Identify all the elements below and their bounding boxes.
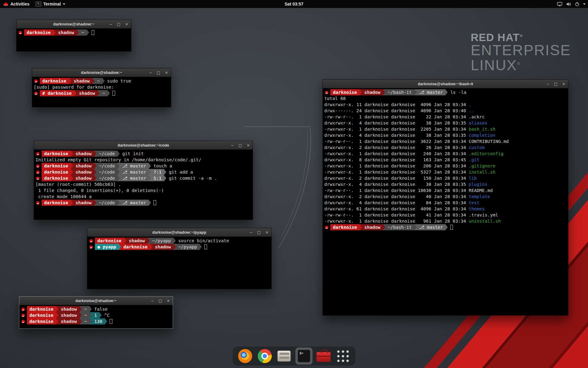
window-titlebar[interactable]: darknoise@shadow:~−□× — [32, 68, 171, 77]
prompt-segment-path: ~/code — [96, 175, 117, 181]
redhat-prompt-icon — [325, 91, 328, 94]
powerline-arrow-icon — [94, 175, 96, 181]
prompt-segment-path: ~ — [95, 78, 102, 84]
prompt-segment-user: darknoise — [42, 163, 71, 169]
terminal-content[interactable]: darknoiseshadow~falsedarknoiseshadow~1^C… — [19, 305, 173, 325]
filename-dir: .git — [469, 157, 479, 162]
terminal-content[interactable]: darknoiseshadow~/bash-it⎇ masterls -lato… — [323, 88, 568, 231]
output-text: -rw-rw-r--. 1 darknoise darknoise 3622 J… — [324, 139, 469, 144]
system-status-area[interactable] — [557, 0, 588, 8]
close-button[interactable]: × — [166, 298, 171, 303]
prompt-segment-branch: ⎇ master — [417, 224, 446, 230]
terminal-line: darknoiseshadow~/codegit init — [36, 151, 251, 157]
output-text: create mode 100644 a — [36, 194, 92, 199]
powerline-arrow-icon — [360, 89, 362, 95]
maximize-button[interactable]: □ — [553, 81, 558, 86]
powerline-arrow-icon — [124, 238, 126, 244]
terminal-line: -rw-rw-r--. 1 darknoise darknoise 41 Jan… — [324, 212, 567, 218]
filename-exec: .gitignore — [469, 163, 495, 168]
redhat-prompt-icon — [36, 164, 40, 168]
powerline-arrow-icon — [74, 90, 77, 96]
terminal-line: [master (root-commit) 50bcb63] . — [36, 181, 251, 187]
powerline-arrow-icon — [87, 29, 89, 36]
prompt-segment-host: shadow — [362, 224, 383, 230]
prompt-segment-user: darknoise — [27, 306, 56, 312]
app-menu-terminal[interactable]: Terminal — [32, 0, 68, 8]
close-button[interactable]: × — [124, 21, 129, 27]
prompt-segment-host: shadow — [58, 312, 79, 318]
close-button[interactable]: × — [561, 81, 566, 86]
registered-mark: ® — [517, 61, 521, 66]
redhat-prompt-icon — [34, 92, 38, 95]
prompt-segment-status: ?:1 — [151, 169, 164, 175]
files-icon[interactable] — [277, 351, 291, 362]
terminal-content[interactable]: darknoiseshadow~sudo true[sudo] password… — [32, 77, 171, 97]
terminal-line: 1 file changed, 0 insertions(+), 0 delet… — [36, 187, 251, 194]
close-button[interactable]: × — [164, 70, 169, 75]
command-text: git init — [122, 151, 144, 156]
terminal-line: -rwxrwxr-x. 1 darknoise darknoise 240 Ja… — [324, 151, 567, 157]
close-button[interactable]: × — [246, 143, 251, 148]
terminal-app-icon — [36, 2, 41, 6]
powerline-arrow-icon — [173, 244, 176, 250]
window-titlebar[interactable]: darknoise@shadow:~/code−□× — [34, 141, 253, 150]
terminal-window-2[interactable]: darknoise@shadow:~/code−□×darknoiseshado… — [34, 141, 253, 220]
minimize-button[interactable]: − — [248, 230, 254, 235]
close-button[interactable]: × — [264, 230, 270, 235]
window-titlebar[interactable]: darknoise@shadow:~/pyapp−□× — [87, 228, 271, 237]
minimize-button[interactable]: − — [150, 298, 155, 303]
prompt-segment-user: darknoise — [27, 318, 56, 324]
window-title: darknoise@shadow:~/code — [118, 143, 169, 148]
terminal-line: drwxrwxr-x. 4 darknoise darknoise 38 Jan… — [324, 120, 567, 126]
minimize-button[interactable]: − — [230, 143, 235, 148]
powerline-arrow-icon — [56, 318, 58, 324]
minimize-button[interactable]: − — [545, 81, 550, 86]
minimize-button[interactable]: − — [108, 21, 113, 27]
terminal-line: ● pyappdarknoiseshadow~/pyapp — [89, 244, 270, 250]
terminal-window-0[interactable]: darknoise@shadow:~−□×darknoiseshadow~ — [16, 20, 131, 52]
terminal-window-1[interactable]: darknoise@shadow:~−□×darknoiseshadow~sud… — [32, 68, 171, 107]
terminal-window-5[interactable]: darknoise@shadow:~/bash-it−□×darknoisesh… — [322, 79, 568, 316]
redhat-prompt-icon — [325, 226, 328, 229]
chrome-icon[interactable] — [258, 349, 272, 363]
terminal-line: -rwxrwxr-x. 1 darknoise darknoise 961 Ja… — [324, 218, 567, 224]
firefox-icon[interactable] — [238, 349, 252, 363]
terminal-content[interactable]: darknoiseshadow~/codegit initInitialized… — [34, 150, 253, 207]
powerline-arrow-icon — [149, 163, 151, 169]
powerline-arrow-icon — [105, 318, 107, 324]
activities-button[interactable]: Activities — [0, 0, 32, 8]
power-icon — [575, 2, 579, 6]
terminal-cursor — [204, 244, 207, 249]
volume-icon — [566, 2, 571, 6]
terminal-window-4[interactable]: darknoise@shadow:~−□×darknoiseshadow~fal… — [19, 296, 173, 329]
maximize-button[interactable]: □ — [156, 70, 161, 75]
maximize-button[interactable]: □ — [256, 230, 262, 235]
terminal-line: drwxrwxr-x. 11 darknoise darknoise 4096 … — [324, 102, 567, 108]
app-grid-icon[interactable] — [336, 349, 350, 363]
maximize-button[interactable]: □ — [158, 298, 163, 303]
minimize-button[interactable]: − — [148, 70, 153, 75]
terminal-line: darknoiseshadow~130 — [21, 318, 171, 324]
window-titlebar[interactable]: darknoise@shadow:~−□× — [19, 297, 173, 305]
window-controls: −□× — [545, 80, 566, 88]
toolbox-icon[interactable] — [317, 352, 331, 362]
terminal-line: total 68 — [324, 95, 567, 102]
prompt-segment-host: shadow — [56, 29, 77, 36]
terminal-line: drwxrwxr-x. 2 darknoise darknoise 26 Jan… — [324, 144, 567, 151]
maximize-button[interactable]: □ — [238, 143, 243, 148]
powerline-arrow-icon — [149, 175, 151, 181]
clock-button[interactable]: Sat 03:57 — [281, 0, 307, 8]
terminal-window-3[interactable]: darknoise@shadow:~/pyapp−□×darknoiseshad… — [87, 228, 272, 289]
output-text: -rw-rw-r--. 1 darknoise darknoise 22 Jan… — [324, 114, 469, 119]
terminal-icon[interactable]: $> — [296, 347, 313, 365]
maximize-button[interactable]: □ — [116, 21, 121, 27]
window-titlebar[interactable]: darknoise@shadow:~−□× — [17, 20, 131, 29]
prompt-segment-host: shadow — [73, 169, 94, 175]
window-titlebar[interactable]: darknoise@shadow:~/bash-it−□× — [323, 80, 568, 88]
filename-dir: aliases — [469, 121, 487, 125]
window-title: darknoise@shadow:~ — [53, 22, 94, 26]
terminal-content[interactable]: darknoiseshadow~ — [17, 29, 131, 36]
terminal-content[interactable]: darknoiseshadow~/pyappsource bin/activat… — [87, 237, 271, 251]
terminal-line: [sudo] password for darknoise: — [34, 84, 169, 90]
terminal-line: # darknoiseshadow~ — [34, 90, 169, 96]
